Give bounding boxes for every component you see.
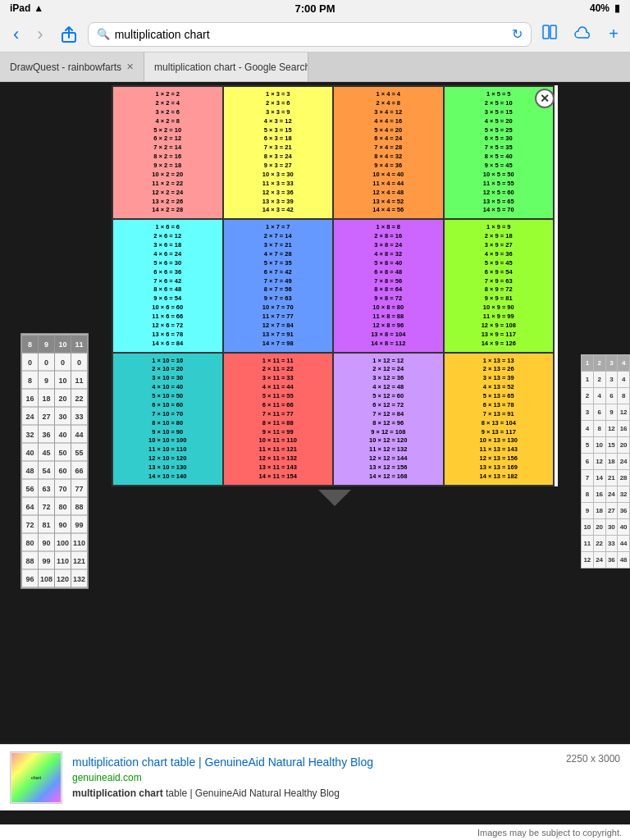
mult-section-5: 1 × 5 = 52 × 5 = 103 × 5 = 154 × 5 = 205… bbox=[445, 87, 554, 218]
mult-section-6: 1 × 6 = 62 × 6 = 123 × 6 = 184 × 6 = 245… bbox=[113, 220, 222, 351]
mult-section-3: 1 × 3 = 32 × 3 = 63 × 3 = 94 × 3 = 125 ×… bbox=[224, 87, 333, 218]
result-size: 2250 x 3000 bbox=[566, 753, 620, 765]
cloud-button[interactable] bbox=[569, 22, 597, 46]
mult-section-13: 1 × 13 = 132 × 13 = 263 × 13 = 394 × 13 … bbox=[445, 354, 554, 485]
tab-drawquest[interactable]: DrawQuest - rainbowfarts ✕ bbox=[0, 52, 144, 81]
time-display: 7:00 PM bbox=[294, 2, 335, 15]
close-chart-button[interactable]: ✕ bbox=[535, 89, 555, 108]
back-button[interactable]: ‹ bbox=[7, 21, 25, 48]
nav-right-buttons: + bbox=[536, 22, 623, 46]
reload-button[interactable]: ↻ bbox=[512, 26, 523, 42]
chart-container: ✕ 1 × 2 = 22 × 2 = 43 × 2 = 64 × 2 = 85 … bbox=[112, 85, 558, 486]
status-bar: iPad ▲ 7:00 PM 40% ▮ bbox=[0, 0, 630, 16]
tab-drawquest-close[interactable]: ✕ bbox=[126, 62, 134, 72]
mult-section-12: 1 × 12 = 122 × 12 = 243 × 12 = 364 × 12 … bbox=[334, 354, 443, 485]
mult-section-11: 1 × 11 = 112 × 11 = 223 × 11 = 334 × 11 … bbox=[224, 354, 333, 485]
status-right: 40% ▮ bbox=[590, 2, 620, 14]
mult-section-4: 1 × 4 = 42 × 4 = 83 × 4 = 124 × 4 = 165 … bbox=[334, 87, 443, 218]
address-bar[interactable]: 🔍 multiplication chart ↻ bbox=[88, 22, 532, 47]
search-icon: 🔍 bbox=[97, 28, 110, 40]
mult-section-8: 1 × 8 = 82 × 8 = 163 × 8 = 244 × 8 = 325… bbox=[334, 220, 443, 351]
mult-section-10: 1 × 10 = 102 × 10 = 203 × 10 = 304 × 10 … bbox=[113, 354, 222, 485]
bookmark-button[interactable] bbox=[536, 22, 563, 46]
result-bold: multiplication chart bbox=[72, 788, 163, 799]
tab-bar: DrawQuest - rainbowfarts ✕ multiplicatio… bbox=[0, 52, 630, 82]
tab-google-label: multiplication chart - Google Search bbox=[154, 62, 308, 73]
new-tab-button[interactable]: + bbox=[604, 22, 623, 46]
result-url: genuineaid.com bbox=[72, 772, 556, 783]
address-text: multiplication chart bbox=[115, 28, 508, 41]
svg-rect-2 bbox=[550, 25, 556, 39]
right-panel: 1234 1234 2468 36912 481216 5101520 6121… bbox=[581, 82, 630, 840]
battery-icon: ▮ bbox=[614, 2, 620, 14]
result-text-block: multiplication chart table | GenuineAid … bbox=[72, 755, 556, 801]
result-info: chart multiplication chart table | Genui… bbox=[0, 744, 630, 810]
mult-section-7: 1 × 7 = 72 × 7 = 143 × 7 = 214 × 7 = 285… bbox=[224, 220, 333, 351]
scroll-indicator bbox=[318, 490, 351, 506]
battery-label: 40% bbox=[590, 2, 609, 14]
result-desc-rest: table | GenuineAid Natural Healthy Blog bbox=[166, 788, 340, 799]
carrier-label: iPad bbox=[10, 2, 30, 14]
tab-google-search[interactable]: multiplication chart - Google Search ✕ bbox=[144, 52, 308, 81]
share-button[interactable] bbox=[55, 23, 83, 46]
copyright-bar: Images may be subject to copyright. bbox=[0, 824, 630, 840]
mini-left-table: 8 9 10 11 0000 891011 16182022 24273033 … bbox=[21, 334, 89, 589]
navigation-bar: ‹ › 🔍 multiplication chart ↻ + bbox=[0, 16, 630, 52]
result-thumbnail: chart bbox=[10, 751, 62, 804]
status-left: iPad ▲ bbox=[10, 2, 43, 14]
content-area: ✕ 1 × 2 = 22 × 2 = 43 × 2 = 64 × 2 = 85 … bbox=[89, 82, 581, 840]
mult-section-2: 1 × 2 = 22 × 2 = 43 × 2 = 64 × 2 = 85 × … bbox=[113, 87, 222, 218]
forward-button[interactable]: › bbox=[30, 21, 49, 48]
mult-section-9: 1 × 9 = 92 × 9 = 183 × 9 = 274 × 9 = 365… bbox=[445, 220, 554, 351]
multiplication-grid: 1 × 2 = 22 × 2 = 43 × 2 = 64 × 2 = 85 × … bbox=[112, 85, 555, 486]
left-panel: 8 9 10 11 0000 891011 16182022 24273033 … bbox=[0, 82, 89, 840]
result-description: multiplication chart table | GenuineAid … bbox=[72, 787, 556, 801]
result-title[interactable]: multiplication chart table | GenuineAid … bbox=[72, 755, 556, 771]
copyright-text: Images may be subject to copyright. bbox=[477, 828, 622, 838]
wifi-icon: ▲ bbox=[34, 2, 43, 14]
browser-main: 8 9 10 11 0000 891011 16182022 24273033 … bbox=[0, 82, 630, 840]
svg-rect-1 bbox=[543, 25, 549, 39]
tab-drawquest-label: DrawQuest - rainbowfarts bbox=[10, 62, 121, 73]
mini-right-table: 1234 1234 2468 36912 481216 5101520 6121… bbox=[581, 354, 630, 568]
